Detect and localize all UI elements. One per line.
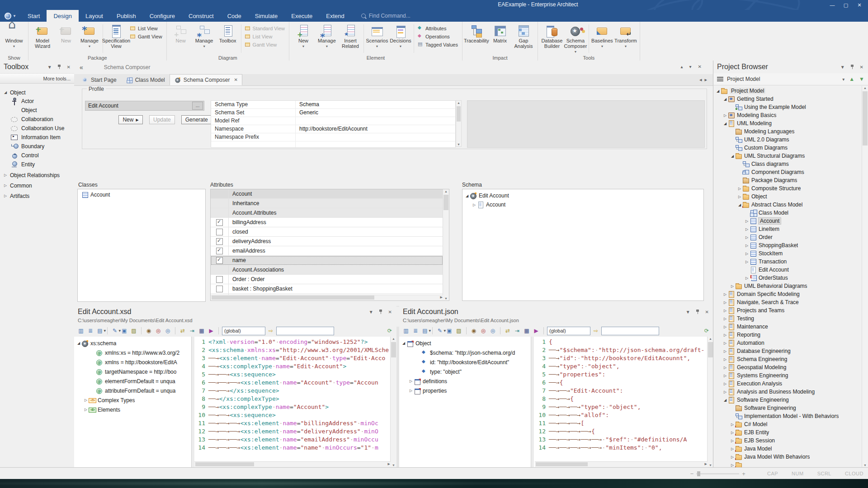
close-button[interactable]: ✕: [853, 0, 866, 10]
project-node-domain-specific-modeling[interactable]: ▷Domain Specific Modeling: [713, 290, 862, 298]
json-node-object[interactable]: ◢Object: [399, 338, 531, 348]
new-item-icon[interactable]: ▥: [77, 327, 85, 335]
doc-tab-start-page[interactable]: Start Page: [77, 74, 121, 85]
scrollbar-thumb[interactable]: [391, 342, 396, 357]
manage-button[interactable]: Manage▼: [193, 23, 216, 49]
zoom-thumb[interactable]: [697, 471, 700, 476]
project-node-getting-started[interactable]: ◢Getting Started: [713, 95, 862, 103]
search-next-icon[interactable]: ◎: [164, 327, 172, 335]
xsd-node-xmlns-http-bookstore-edita[interactable]: xmlns = http://bookstore/EditA: [74, 357, 191, 367]
expanded-arrow-icon[interactable]: ◢: [715, 89, 721, 93]
pane-menu-icon[interactable]: ▼: [369, 310, 373, 314]
class-item-account[interactable]: Account: [78, 189, 205, 199]
project-node-projects-and-teams[interactable]: ▷Projects and Teams: [713, 306, 862, 314]
doc-tab-class-model[interactable]: Class Model: [121, 74, 170, 85]
project-node-shoppingbasket[interactable]: ▷ShoppingBasket: [713, 241, 862, 249]
grid-icon[interactable]: ▦: [523, 327, 531, 335]
property-row-schema-type[interactable]: Schema TypeSchema: [211, 101, 455, 109]
schema-node-account[interactable]: ▷Account: [462, 200, 703, 209]
toolbox-menu-icon[interactable]: ▼: [47, 65, 52, 70]
project-node-implementation-model-with-behaviors[interactable]: Implementation Model - With Behaviors: [713, 412, 862, 420]
attributes-button[interactable]: Attributes: [417, 25, 458, 31]
export-icon[interactable]: ▶: [207, 327, 215, 335]
properties-icon[interactable]: ▤▼: [96, 327, 104, 335]
collapsed-arrow-icon[interactable]: ▷: [744, 219, 750, 223]
close-icon[interactable]: ✕: [860, 65, 863, 70]
scroll-down-icon[interactable]: ▼: [391, 464, 396, 467]
collapsed-arrow-icon[interactable]: ▷: [744, 227, 750, 231]
toolbox-section-artifacts[interactable]: ▷Artifacts: [0, 192, 74, 200]
project-node-transaction[interactable]: ▷Transaction: [713, 258, 862, 266]
dropdown-icon[interactable]: ▾: [842, 77, 844, 82]
scrollbar-thumb[interactable]: [195, 462, 254, 466]
project-node-modeling-basics[interactable]: ▷Modeling Basics: [713, 111, 862, 119]
collapsed-arrow-icon[interactable]: ▷: [722, 325, 728, 329]
paste-icon[interactable]: ▨: [455, 327, 463, 335]
tab-scroll-arrows[interactable]: ◂▸: [699, 77, 710, 83]
collapsed-arrow-icon[interactable]: ▷: [730, 447, 735, 451]
expanded-arrow-icon[interactable]: ◢: [722, 97, 728, 101]
collapsed-arrow-icon[interactable]: ▷: [722, 113, 728, 117]
toolbox-item-collaboration-use[interactable]: Collaboration Use: [0, 124, 74, 133]
collapsed-arrow-icon[interactable]: ▷: [408, 389, 414, 393]
collapsed-arrow-icon[interactable]: ▷: [722, 366, 728, 370]
attribute-row-order-order[interactable]: Order : Order: [211, 275, 443, 284]
attribute-row-account[interactable]: Account: [211, 189, 443, 199]
ribbon-tab-layout[interactable]: Layout: [79, 10, 110, 22]
close-icon[interactable]: ✕: [388, 310, 392, 314]
collapsed-arrow-icon[interactable]: ▷: [3, 173, 8, 177]
expanded-arrow-icon[interactable]: ◢: [722, 398, 728, 402]
pin-icon[interactable]: [696, 309, 700, 314]
xsd-node-xmlns-xs-http-www-w3-org-2[interactable]: xmlns:xs = http://www.w3.org/2: [74, 348, 191, 357]
scenarios-button[interactable]: Scenarios▼: [365, 23, 389, 49]
new-button[interactable]: New▼: [292, 23, 315, 49]
project-node-ejb-session[interactable]: ▷EJB Session: [713, 436, 862, 445]
database-builder-button[interactable]: Database Builder: [540, 23, 564, 49]
attribute-row-basket-shoppingbasket[interactable]: basket : ShoppingBasket: [211, 284, 443, 294]
collapsed-arrow-icon[interactable]: ▷: [722, 341, 728, 345]
goto-icon[interactable]: ⇥: [188, 327, 196, 335]
move-up-icon[interactable]: ▲: [849, 76, 854, 82]
collapsed-arrow-icon[interactable]: ▷: [722, 374, 728, 378]
project-node-execution-analysis[interactable]: ▷Execution Analysis: [713, 380, 862, 388]
project-node-modeling-languages[interactable]: Modeling Languages: [713, 127, 862, 136]
properties-icon[interactable]: ▤▼: [421, 327, 429, 335]
attribute-row-account-attributes[interactable]: Account.Attributes: [211, 208, 443, 218]
property-value[interactable]: Schema: [296, 101, 455, 108]
collapsed-arrow-icon[interactable]: ▷: [744, 244, 750, 248]
decisions-button[interactable]: Decisions▼: [389, 23, 412, 49]
xsd-node-attributeformdefault-unqua[interactable]: attributeFormDefault = unqua: [74, 386, 191, 395]
collapsed-arrow-icon[interactable]: ▷: [730, 439, 735, 443]
collapsed-arrow-icon[interactable]: ▷: [730, 455, 735, 459]
pin-icon[interactable]: [57, 64, 61, 70]
search-next-icon[interactable]: ◎: [489, 327, 497, 335]
project-node-navigate-search-trace[interactable]: ▷Navigate, Search & Trace: [713, 298, 862, 306]
tagged-values-button[interactable]: Tagged Values: [417, 42, 458, 47]
attribute-row-name[interactable]: name: [211, 256, 443, 265]
project-node-uml-behavioral-diagrams[interactable]: ▷UML Behavioral Diagrams: [713, 282, 862, 290]
toolbox-section-object-relationships[interactable]: ▷Object Relationships: [0, 171, 74, 179]
collapsed-arrow-icon[interactable]: ▷: [744, 252, 750, 256]
expanded-arrow-icon[interactable]: ◢: [464, 194, 470, 198]
attribute-row-closed[interactable]: closed: [211, 227, 443, 237]
project-node-maintenance[interactable]: ▷Maintenance: [713, 323, 862, 331]
toolbox-item-information-item[interactable]: Information Item: [0, 133, 74, 142]
menu-down-icon[interactable]: ▾: [689, 64, 692, 69]
collapsed-arrow-icon[interactable]: ▷: [744, 235, 750, 239]
scope-combo[interactable]: [547, 327, 590, 335]
refresh-icon[interactable]: ⟳: [703, 327, 711, 335]
collapsed-arrow-icon[interactable]: ▷: [730, 463, 735, 467]
collapsed-arrow-icon[interactable]: ▷: [83, 398, 89, 402]
operations-button[interactable]: Operations: [417, 33, 458, 39]
ribbon-tab-configure[interactable]: Configure: [143, 10, 182, 22]
scrollbar-thumb[interactable]: [457, 106, 461, 122]
collapsed-arrow-icon[interactable]: ▷: [730, 422, 735, 427]
project-node-uml-2-0-diagrams[interactable]: UML 2.0 Diagrams: [713, 136, 862, 144]
collapsed-arrow-icon[interactable]: ▷: [722, 300, 728, 305]
scroll-right-icon[interactable]: ▶: [440, 296, 443, 299]
collapsed-arrow-icon[interactable]: ▷: [730, 431, 735, 435]
ribbon-tab-construct[interactable]: Construct: [182, 10, 221, 22]
numbered-list-icon[interactable]: ≣: [86, 327, 94, 335]
generate-button[interactable]: Generate: [181, 115, 212, 124]
navigate-icon[interactable]: ⇨: [592, 327, 600, 335]
